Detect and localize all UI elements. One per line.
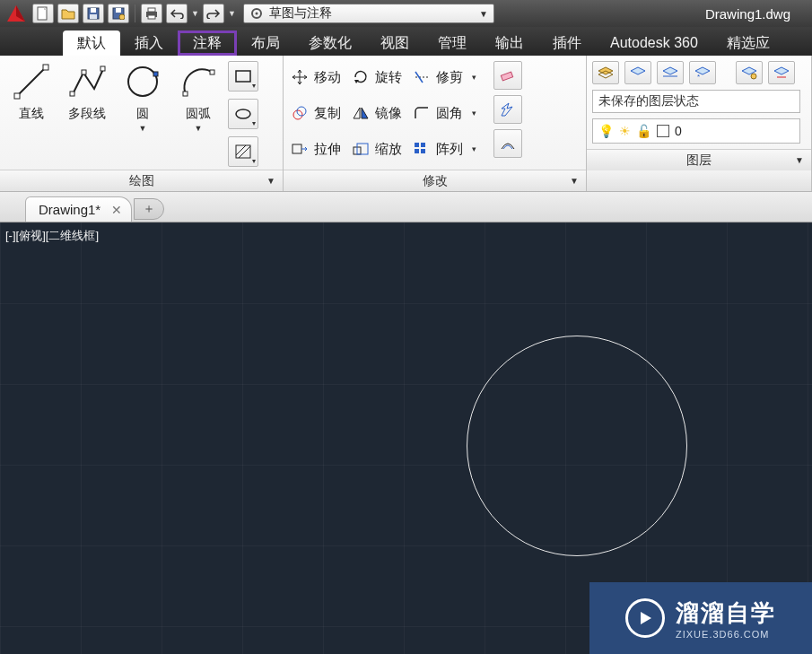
redo-dropdown-icon[interactable]: ▼ <box>228 9 236 18</box>
menu-tab-default[interactable]: 默认 <box>63 31 120 56</box>
layer-prev-button[interactable] <box>768 61 795 84</box>
svg-line-27 <box>239 146 250 158</box>
array-icon <box>413 141 431 157</box>
svg-rect-15 <box>43 65 48 70</box>
menu-tab-output[interactable]: 输出 <box>481 31 538 56</box>
panel-draw: 直线 多段线 圆 ▼ 圆弧 ▼ <box>0 56 284 191</box>
print-button[interactable] <box>141 4 162 23</box>
erase-button[interactable] <box>493 61 522 90</box>
move-button[interactable]: 移动 <box>289 69 343 86</box>
array-button[interactable]: 阵列 <box>411 141 465 158</box>
mirror-icon <box>352 105 370 121</box>
trim-button[interactable]: 修剪 <box>411 69 465 86</box>
offset-button[interactable] <box>493 129 522 158</box>
svg-rect-14 <box>14 93 20 99</box>
array-dropdown[interactable]: ▾ <box>472 144 483 153</box>
document-title: Drawing1.dwg <box>705 6 790 22</box>
menu-tab-featured[interactable]: 精选应 <box>712 31 784 56</box>
panel-modify: 移动 旋转 修剪 ▾ 复制 镜像 圆角 ▾ 拉伸 缩放 阵列 ▾ 修改 ▼ <box>284 56 587 191</box>
close-icon[interactable]: ✕ <box>111 203 122 217</box>
layer-iso-button[interactable] <box>657 61 684 84</box>
workspace-label: 草图与注释 <box>269 5 332 22</box>
viewport-label[interactable]: [-][俯视][二维线框] <box>5 228 99 244</box>
svg-rect-21 <box>183 92 188 96</box>
rotate-button[interactable]: 旋转 <box>350 69 404 86</box>
svg-marker-46 <box>663 67 677 74</box>
menu-tab-plugins[interactable]: 插件 <box>538 31 596 56</box>
drawing-canvas[interactable]: [-][俯视][二维线框] 溜溜自学 ZIXUE.3D66.COM <box>0 222 812 654</box>
fillet-button[interactable]: 圆角 <box>411 105 465 122</box>
layer-current-dropdown[interactable]: 💡 ☀ 🔓 0 <box>592 118 800 144</box>
drawn-circle[interactable] <box>467 336 687 556</box>
saveas-button[interactable] <box>108 4 129 23</box>
svg-rect-22 <box>210 70 214 74</box>
menu-tab-insert[interactable]: 插入 <box>120 31 178 56</box>
panel-modify-footer[interactable]: 修改 ▼ <box>284 170 586 191</box>
panel-layer-footer[interactable]: 图层 ▼ <box>587 149 811 170</box>
rotate-icon <box>352 69 370 85</box>
svg-point-51 <box>751 74 756 79</box>
watermark: 溜溜自学 ZIXUE.3D66.COM <box>589 582 812 654</box>
chevron-down-icon: ▼ <box>139 124 147 133</box>
line-button[interactable]: 直线 <box>5 61 57 122</box>
redo-button[interactable] <box>203 4 224 23</box>
mirror-button[interactable]: 镜像 <box>350 105 404 122</box>
move-icon <box>291 69 309 85</box>
svg-line-26 <box>236 145 246 155</box>
svg-rect-20 <box>153 72 158 76</box>
ribbon: 直线 多段线 圆 ▼ 圆弧 ▼ <box>0 56 812 192</box>
scale-button[interactable]: 缩放 <box>350 141 404 158</box>
plus-icon: ＋ <box>143 201 155 217</box>
save-button[interactable] <box>83 4 104 23</box>
layer-states-button[interactable] <box>624 61 651 84</box>
stretch-button[interactable]: 拉伸 <box>289 141 343 158</box>
hatch-button[interactable]: ▾ <box>228 136 258 167</box>
menu-tab-autodesk360[interactable]: Autodesk 360 <box>596 31 712 56</box>
app-logo-icon[interactable] <box>4 3 29 24</box>
arc-button[interactable]: 圆弧 ▼ <box>172 61 224 133</box>
document-tab[interactable]: Drawing1* ✕ <box>25 196 132 222</box>
layers-icon <box>598 65 614 80</box>
play-icon <box>625 598 665 638</box>
new-tab-button[interactable]: ＋ <box>134 198 164 220</box>
gear-icon <box>249 6 264 21</box>
layer-state-dropdown[interactable]: 未保存的图层状态 <box>592 90 800 113</box>
copy-button[interactable]: 复制 <box>289 105 343 122</box>
qat-separator <box>135 4 135 22</box>
panel-layer: * 未保存的图层状态 💡 ☀ 🔓 0 图层 ▼ <box>587 56 812 191</box>
rectangle-button[interactable]: ▾ <box>228 61 258 92</box>
svg-marker-34 <box>362 108 368 118</box>
menu-tab-layout[interactable]: 布局 <box>237 31 294 56</box>
fillet-dropdown[interactable]: ▾ <box>472 109 483 118</box>
layer-properties-button[interactable] <box>592 61 619 84</box>
undo-button[interactable] <box>166 4 188 23</box>
panel-draw-footer[interactable]: 绘图 ▼ <box>0 170 283 191</box>
layer-freeze-icon: * <box>694 65 711 80</box>
scale-icon <box>352 141 370 157</box>
open-file-button[interactable] <box>57 4 79 23</box>
svg-point-24 <box>236 109 250 118</box>
layer-match-button[interactable] <box>736 61 763 84</box>
layer-freeze-button[interactable]: * <box>689 61 716 84</box>
new-file-button[interactable] <box>32 4 54 23</box>
svg-marker-52 <box>774 67 789 74</box>
menu-tab-parametric[interactable]: 参数化 <box>294 31 366 56</box>
polyline-button[interactable]: 多段线 <box>61 61 113 122</box>
menu-tab-manage[interactable]: 管理 <box>423 31 481 56</box>
trim-dropdown[interactable]: ▾ <box>472 73 483 82</box>
svg-rect-10 <box>148 15 155 19</box>
svg-point-31 <box>293 110 302 119</box>
svg-rect-6 <box>116 8 121 13</box>
explode-button[interactable] <box>493 95 522 124</box>
undo-dropdown-icon[interactable]: ▼ <box>191 9 199 18</box>
menu-tab-view[interactable]: 视图 <box>366 31 423 56</box>
ellipse-button[interactable]: ▾ <box>228 99 258 129</box>
menu-tab-annotate[interactable]: 注释 <box>178 31 237 56</box>
svg-text:*: * <box>697 73 700 80</box>
svg-rect-16 <box>70 92 74 96</box>
workspace-dropdown[interactable]: 草图与注释 ▼ <box>243 4 494 23</box>
erase-icon <box>500 68 516 83</box>
svg-rect-17 <box>82 70 86 74</box>
sun-icon: ☀ <box>619 124 631 138</box>
circle-button[interactable]: 圆 ▼ <box>117 61 169 133</box>
